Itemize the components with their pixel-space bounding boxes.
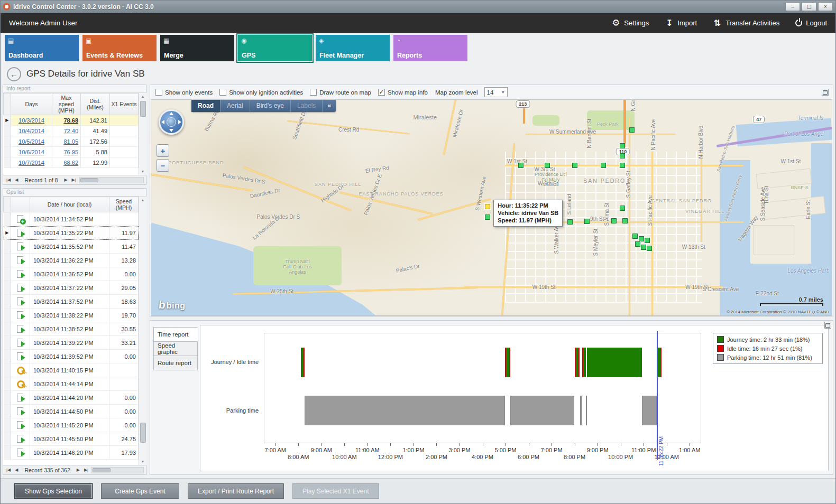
gps-marker[interactable] bbox=[584, 219, 590, 224]
topbar-transfer-activities[interactable]: Transfer Activities bbox=[713, 18, 779, 27]
table-row[interactable]: 10/3/2014 11:35:52 PM11.47 bbox=[4, 240, 139, 254]
last-page-button[interactable]: ▶| bbox=[71, 178, 77, 182]
table-row[interactable]: 10/3/2014 11:37:52 PM18.63 bbox=[4, 295, 139, 309]
gps-vertical-scrollbar[interactable]: ▲ ▼ bbox=[139, 197, 146, 465]
first-page-button[interactable]: |◀ bbox=[5, 468, 12, 472]
max-speed-link[interactable]: 72.40 bbox=[63, 128, 78, 134]
close-button[interactable]: × bbox=[818, 2, 833, 11]
checkbox-show-only-ignition-activities[interactable]: Show only ignition activities bbox=[219, 89, 303, 96]
horizontal-scrollbar[interactable] bbox=[91, 467, 144, 473]
maximize-button[interactable]: ▢ bbox=[802, 2, 816, 11]
checkbox-show-only-events[interactable]: Show only events bbox=[155, 89, 213, 96]
gps-marker[interactable] bbox=[620, 163, 625, 168]
gps-marker[interactable] bbox=[601, 163, 606, 168]
table-row[interactable]: 10/3/2014 11:39:52 PM0.00 bbox=[4, 350, 139, 363]
max-speed-link[interactable]: 78.68 bbox=[63, 117, 78, 124]
scroll-down-icon[interactable]: ▼ bbox=[141, 458, 145, 465]
table-row[interactable]: 10/7/201468.6212.99 bbox=[4, 157, 139, 168]
last-page-button[interactable]: ▶| bbox=[83, 468, 89, 472]
checkbox-show-map-info[interactable]: ✓Show map info bbox=[378, 89, 428, 96]
gps-marker[interactable] bbox=[632, 234, 638, 239]
map-canvas[interactable]: RoadAerialBird's eyeLabels« + − Hour: 11… bbox=[151, 99, 832, 316]
table-row[interactable]: 10/5/201481.05172.56 bbox=[4, 136, 139, 147]
table-row[interactable]: 10/3/2014 11:40:15 PM bbox=[4, 363, 139, 377]
table-row[interactable]: 10/3/2014 11:46:20 PM17.93 bbox=[4, 446, 139, 460]
nav-tile-dashboard[interactable]: ▤Dashboard bbox=[5, 35, 79, 61]
gps-marker[interactable] bbox=[622, 218, 628, 223]
map-zoom-select[interactable]: 14 ▼ bbox=[484, 87, 508, 97]
gps-marker[interactable] bbox=[567, 219, 573, 225]
gps-marker[interactable] bbox=[518, 163, 523, 168]
table-row[interactable]: 10/3/2014 11:44:20 PM0.00 bbox=[4, 391, 139, 405]
nav-tile-events-reviews[interactable]: ▣Events & Reviews bbox=[82, 35, 157, 61]
maximize-map-panel-button[interactable] bbox=[822, 89, 829, 96]
table-row[interactable]: 10/3/2014 11:37:22 PM29.05 bbox=[4, 281, 139, 295]
gps-marker[interactable] bbox=[485, 204, 490, 209]
first-page-button[interactable]: |◀ bbox=[5, 178, 12, 182]
table-row[interactable]: 10/4/201472.4041.49 bbox=[4, 126, 139, 136]
gps-marker[interactable] bbox=[645, 238, 650, 243]
next-page-button[interactable]: ▶ bbox=[76, 468, 81, 472]
map-style-bird-s-eye[interactable]: Bird's eye bbox=[250, 100, 290, 112]
topbar-logout[interactable]: Logout bbox=[795, 19, 827, 27]
collapse-map-menu-button[interactable]: « bbox=[322, 100, 336, 112]
gps-marker[interactable] bbox=[647, 246, 652, 251]
footer-button-export-print-route-report[interactable]: Export / Print Route Report bbox=[188, 483, 284, 499]
table-row[interactable]: ▶10/3/201478.68142.31 bbox=[4, 115, 139, 126]
horizontal-scrollbar[interactable] bbox=[79, 177, 144, 183]
day-link[interactable]: 10/4/2014 bbox=[19, 128, 44, 134]
nav-tile-reports[interactable]: ◔Reports bbox=[393, 35, 467, 61]
footer-button-show-gps-selection[interactable]: Show Gps Selection bbox=[14, 483, 93, 499]
nav-tile-fleet-manager[interactable]: ◈Fleet Manager bbox=[316, 35, 390, 61]
day-link[interactable]: 10/5/2014 bbox=[19, 138, 44, 145]
gps-marker[interactable] bbox=[641, 245, 646, 250]
max-speed-link[interactable]: 81.05 bbox=[63, 138, 78, 145]
gps-marker[interactable] bbox=[620, 153, 625, 158]
day-link[interactable]: 10/7/2014 bbox=[19, 160, 44, 166]
max-speed-link[interactable]: 76.95 bbox=[63, 149, 78, 155]
table-row[interactable]: 10/3/2014 11:44:50 PM0.00 bbox=[4, 405, 139, 418]
nav-tile-merge[interactable]: ▦Merge bbox=[160, 35, 234, 61]
scroll-up-icon[interactable]: ▲ bbox=[141, 93, 145, 100]
map-zoom-in-button[interactable]: + bbox=[157, 144, 169, 157]
scroll-down-icon[interactable]: ▼ bbox=[141, 168, 145, 175]
table-row[interactable]: 10/3/2014 11:39:22 PM33.21 bbox=[4, 336, 139, 350]
gps-marker[interactable] bbox=[545, 163, 550, 168]
table-row[interactable]: 10/3/2014 11:45:50 PM24.75 bbox=[4, 432, 139, 446]
footer-button-play-selected-x1-event[interactable]: Play Selected X1 Event bbox=[292, 483, 379, 499]
table-row[interactable]: 10/3/2014 11:44:14 PM bbox=[4, 377, 139, 391]
gps-marker[interactable] bbox=[572, 163, 577, 168]
gps-marker[interactable] bbox=[620, 206, 625, 211]
gps-marker[interactable] bbox=[639, 236, 644, 241]
topbar-import[interactable]: Import bbox=[665, 18, 697, 27]
max-speed-link[interactable]: 68.62 bbox=[63, 160, 78, 166]
map-style-aerial[interactable]: Aerial bbox=[220, 100, 250, 112]
gps-marker[interactable] bbox=[620, 143, 625, 148]
next-page-button[interactable]: ▶ bbox=[63, 178, 68, 182]
nav-tile-gps[interactable]: ◉GPS bbox=[238, 35, 312, 61]
table-row[interactable]: 10/6/201476.955.88 bbox=[4, 147, 139, 157]
gps-marker[interactable] bbox=[611, 218, 617, 223]
gps-marker[interactable] bbox=[485, 214, 490, 220]
tab-time-report[interactable]: Time report bbox=[153, 327, 198, 342]
table-row[interactable]: 10/3/2014 11:36:22 PM13.28 bbox=[4, 254, 139, 267]
table-row[interactable]: ▶10/3/2014 11:35:22 PM11.97 bbox=[4, 226, 139, 240]
timeline-plot[interactable]: 11:35:22 PM bbox=[264, 333, 701, 443]
checkbox-draw-route-on-map[interactable]: Draw route on map bbox=[310, 89, 371, 96]
topbar-settings[interactable]: Settings bbox=[611, 18, 649, 27]
table-row[interactable]: 10/3/2014 11:36:52 PM0.00 bbox=[4, 267, 139, 281]
map-zoom-out-button[interactable]: − bbox=[157, 159, 169, 172]
info-vertical-scrollbar[interactable]: ▲ ▼ bbox=[139, 93, 146, 175]
prev-page-button[interactable]: ◀ bbox=[14, 178, 19, 182]
table-row[interactable]: 10/3/2014 11:38:52 PM30.55 bbox=[4, 322, 139, 336]
scroll-up-icon[interactable]: ▲ bbox=[141, 197, 145, 203]
tab-speed-graphic[interactable]: Speed graphic bbox=[153, 341, 198, 356]
prev-page-button[interactable]: ◀ bbox=[14, 468, 19, 472]
maximize-chart-panel-button[interactable] bbox=[824, 322, 831, 329]
table-row[interactable]: 10/3/2014 11:38:22 PM19.70 bbox=[4, 309, 139, 322]
back-button[interactable]: ← bbox=[7, 67, 21, 81]
day-link[interactable]: 10/3/2014 bbox=[19, 117, 44, 124]
day-link[interactable]: 10/6/2014 bbox=[19, 149, 44, 155]
gps-marker[interactable] bbox=[635, 241, 640, 247]
tab-route-report[interactable]: Route report bbox=[153, 356, 198, 370]
